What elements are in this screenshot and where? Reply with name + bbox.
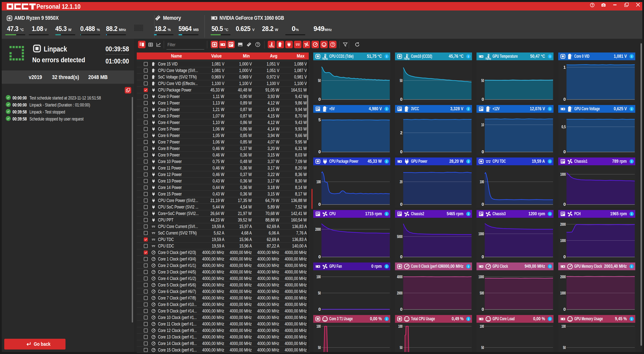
svg-text:0: 0 bbox=[400, 150, 402, 154]
svg-text:0: 0 bbox=[400, 307, 402, 312]
svg-text:2000: 2000 bbox=[397, 291, 402, 296]
svg-text:2000: 2000 bbox=[560, 222, 566, 227]
svg-text:50: 50 bbox=[318, 78, 321, 83]
svg-text:0: 0 bbox=[400, 97, 402, 102]
svg-text:0: 0 bbox=[564, 202, 566, 207]
svg-text:50: 50 bbox=[400, 78, 402, 83]
svg-text:0: 0 bbox=[564, 150, 566, 154]
svg-text:0: 0 bbox=[482, 150, 484, 154]
svg-text:0: 0 bbox=[564, 307, 566, 312]
svg-text:0: 0 bbox=[318, 307, 321, 312]
svg-text:0: 0 bbox=[564, 97, 566, 102]
svg-text:0: 0 bbox=[318, 202, 321, 207]
svg-text:1000: 1000 bbox=[478, 274, 484, 279]
svg-text:50: 50 bbox=[400, 345, 402, 350]
svg-text:2: 2 bbox=[400, 130, 402, 135]
svg-text:0: 0 bbox=[482, 307, 484, 312]
svg-text:2000: 2000 bbox=[560, 274, 566, 279]
svg-text:5: 5 bbox=[318, 118, 321, 122]
svg-text:100: 100 bbox=[398, 324, 402, 329]
svg-text:1: 1 bbox=[564, 65, 566, 70]
svg-text:0: 0 bbox=[482, 254, 484, 259]
svg-text:100: 100 bbox=[480, 180, 484, 184]
svg-text:100: 100 bbox=[562, 324, 566, 329]
svg-text:100: 100 bbox=[316, 180, 321, 184]
svg-text:1000: 1000 bbox=[560, 291, 566, 296]
svg-text:1000: 1000 bbox=[478, 232, 484, 236]
svg-text:100: 100 bbox=[480, 324, 484, 329]
svg-text:0: 0 bbox=[482, 202, 484, 207]
svg-text:50: 50 bbox=[481, 345, 484, 350]
svg-text:500: 500 bbox=[480, 291, 484, 296]
svg-text:50: 50 bbox=[481, 78, 484, 83]
svg-text:4000: 4000 bbox=[397, 274, 402, 279]
svg-text:100: 100 bbox=[316, 274, 321, 279]
svg-text:0: 0 bbox=[318, 150, 321, 154]
svg-text:0: 0 bbox=[400, 254, 402, 259]
svg-text:0: 0 bbox=[400, 202, 402, 207]
svg-text:50: 50 bbox=[318, 291, 321, 296]
svg-text:0,5: 0,5 bbox=[562, 124, 566, 129]
svg-text:100: 100 bbox=[316, 324, 321, 329]
svg-text:2000: 2000 bbox=[315, 227, 321, 232]
svg-text:20: 20 bbox=[400, 180, 402, 184]
svg-text:5000: 5000 bbox=[397, 234, 402, 239]
svg-text:10: 10 bbox=[481, 122, 484, 127]
svg-text:50: 50 bbox=[563, 345, 566, 350]
svg-text:0: 0 bbox=[318, 97, 321, 102]
svg-text:1000: 1000 bbox=[560, 172, 566, 177]
svg-text:50: 50 bbox=[318, 345, 321, 350]
svg-text:1000: 1000 bbox=[560, 238, 566, 243]
svg-text:0: 0 bbox=[482, 97, 484, 102]
svg-text:0: 0 bbox=[318, 254, 321, 259]
svg-text:0: 0 bbox=[564, 254, 566, 259]
